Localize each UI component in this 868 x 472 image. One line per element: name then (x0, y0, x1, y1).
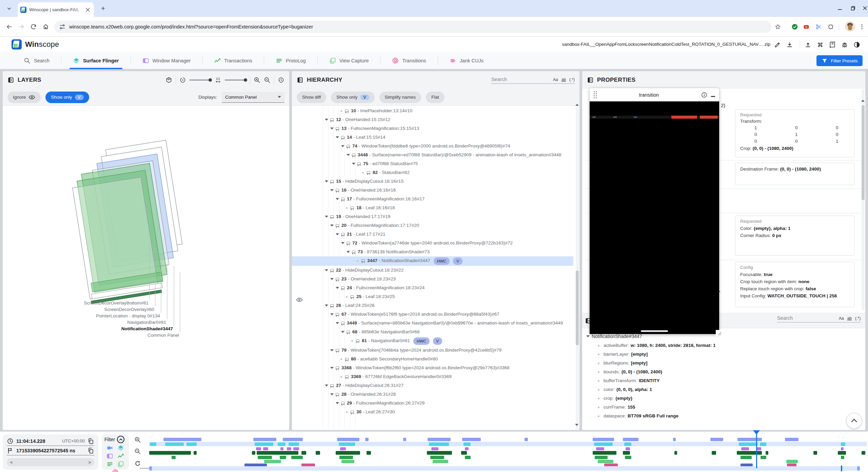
chip-show-only[interactable]: Show onlyV (331, 92, 374, 103)
property-item[interactable]: currFrame:155 (582, 403, 861, 412)
pin-icon[interactable] (351, 206, 354, 209)
forward-icon[interactable] (17, 22, 26, 31)
layers-3d-view[interactable]: ScreenDecorOverlayBottom#61ScreenDecorOv… (3, 106, 289, 430)
expand-arrow-icon[interactable] (341, 145, 344, 147)
pin-icon[interactable] (345, 375, 349, 378)
expand-arrow-icon[interactable] (336, 322, 339, 324)
tree-node-19[interactable]: 19- OneHanded:17:17#19 (292, 212, 573, 221)
expand-arrow-icon[interactable] (325, 216, 328, 218)
timeline-tracks[interactable] (149, 436, 867, 470)
rotation-slider[interactable] (190, 80, 211, 80)
expand-arrow-icon[interactable] (325, 304, 328, 307)
expand-arrow-icon[interactable] (330, 224, 334, 227)
window-close-icon[interactable] (860, 3, 868, 13)
pin-icon[interactable] (336, 224, 339, 227)
expand-arrow-icon[interactable] (330, 349, 334, 351)
expand-arrow-icon[interactable] (347, 154, 350, 156)
tree-node-13[interactable]: 13- FullscreenMagnification:15:15#13 (292, 124, 573, 133)
expand-arrow-icon[interactable] (330, 278, 334, 280)
pin-icon[interactable] (351, 295, 354, 298)
slider-handle-left[interactable] (149, 466, 152, 471)
zoom-in-icon[interactable] (254, 77, 260, 83)
match-word-icon[interactable]: ab (847, 316, 852, 321)
match-word-icon[interactable]: ab (561, 77, 566, 82)
window-restore-icon[interactable] (848, 3, 858, 13)
show-only-chip[interactable]: Show only V (45, 92, 89, 103)
home-icon[interactable] (41, 22, 50, 31)
tab-jank-cujs[interactable]: Jank CUJs (438, 52, 495, 69)
reset-view-icon[interactable] (278, 77, 284, 83)
zoom-out-icon[interactable] (264, 77, 271, 83)
tree-node-28[interactable]: 28- OneHanded:26:31#28 (292, 390, 573, 399)
expand-arrow-icon[interactable] (325, 269, 328, 271)
zigzag-filter-icon[interactable] (117, 453, 124, 459)
resize-handle-icon[interactable] (716, 330, 722, 336)
tree-node-24[interactable]: 24- FullscreenMagnification:18:23#24 (292, 283, 573, 292)
expand-arrow-icon[interactable] (341, 331, 344, 333)
info-icon[interactable] (701, 92, 708, 98)
expand-arrow-icon[interactable] (341, 242, 344, 244)
ignore-chip[interactable]: Ignore (7, 92, 41, 103)
expand-arrow-icon[interactable] (347, 251, 350, 253)
timeline-reset-icon[interactable] (133, 459, 142, 468)
regex-icon[interactable]: (.*) (569, 77, 575, 82)
scroll-up-icon[interactable] (861, 100, 865, 102)
scroll-down-icon[interactable] (575, 424, 578, 426)
tab-search[interactable]: Search (12, 52, 61, 69)
tab-surface-flinger[interactable]: Surface Flinger (61, 52, 131, 69)
extension-youtube-icon[interactable] (802, 22, 811, 32)
url-bar[interactable]: winscope.teams.x20web.corp.google.com/pr… (54, 21, 771, 33)
tab-window-manager[interactable]: Window Manager (131, 52, 202, 69)
next-frame-button[interactable]: > (88, 460, 91, 465)
pin-icon[interactable] (336, 349, 339, 352)
tree-node-82[interactable]: 82- StatusBar#82 (292, 168, 573, 177)
hierarchy-search[interactable]: Search Aa ab (.*) (491, 77, 575, 84)
tree-node-16[interactable]: 16- OneHanded:16:16#16 (292, 186, 573, 195)
tree-node-30[interactable]: 30- Leaf:26:27#30 (292, 408, 573, 416)
pin-icon[interactable] (341, 136, 344, 139)
tab-list-chevron-icon[interactable] (5, 4, 14, 13)
collapse-panel-icon[interactable] (297, 77, 303, 83)
tree-node-68[interactable]: 68- 885b63e NavigationBar0#68 (292, 328, 573, 336)
timeline-cursor[interactable] (756, 433, 757, 468)
camera-filter-icon[interactable] (106, 445, 113, 451)
pin-icon[interactable] (330, 269, 334, 272)
expand-arrow-icon[interactable] (336, 136, 339, 138)
pin-icon[interactable] (336, 313, 339, 316)
timeline-zoom-out-icon[interactable] (133, 447, 142, 456)
tree-node-80[interactable]: 80- ace6abb SecondaryHomeHandle0#80 (292, 355, 573, 363)
profile-avatar[interactable] (845, 21, 855, 32)
tree-node-21[interactable]: 21- Leaf:17:17#21 (292, 230, 573, 239)
tree-node-3447[interactable]: 3447- NotificationShade#3447HWCV (292, 256, 573, 266)
download-icon[interactable] (785, 40, 794, 49)
tree-node-23[interactable]: 23- OneHanded:18:23#23 (292, 275, 573, 283)
properties-search[interactable]: Search Aa ab (.*) (777, 315, 861, 322)
copy-icon[interactable] (87, 438, 94, 445)
window-minimize-icon[interactable] (835, 3, 845, 13)
tree-node-15[interactable]: 15- HideDisplayCutout:16:16#15 (292, 177, 573, 186)
back-icon[interactable] (5, 22, 14, 31)
tree-node-27[interactable]: 27- HideDisplayCutout:26:31#27 (292, 381, 573, 390)
browser-tab[interactable]: Winscope | sandbox-FAIL (18, 2, 94, 17)
expand-arrow-icon[interactable] (325, 119, 328, 121)
property-item[interactable]: blurRegions:[empty] (582, 359, 861, 368)
pin-icon[interactable] (336, 189, 339, 192)
tree-node-73[interactable]: 73- 8736138 NotificationShade#73 (292, 248, 573, 256)
slider-range[interactable] (149, 466, 860, 471)
hierarchy-scrollbar[interactable] (576, 107, 579, 429)
pin-icon[interactable] (347, 331, 350, 333)
tree-node-18[interactable]: 18- Leaf:16:16#18 (292, 203, 573, 212)
bug-report-icon[interactable] (840, 40, 849, 49)
ns-time-field[interactable]: 1715339054227572545 ns (7, 446, 94, 455)
expand-arrow-icon[interactable] (336, 287, 339, 289)
collapse-panel-icon[interactable] (587, 77, 594, 83)
chip-simplify-names[interactable]: Simplify names (379, 92, 421, 103)
pin-icon[interactable] (330, 304, 334, 307)
tree-node-14[interactable]: 14- Leaf:15:15#14 (292, 133, 573, 142)
pin-icon[interactable] (330, 215, 334, 218)
expand-arrow-icon[interactable] (325, 385, 328, 387)
tree-node-3369[interactable]: 3369- 67726bf EdgeBackGestureHandler0#33… (292, 372, 573, 381)
browser-menu-icon[interactable] (857, 22, 867, 32)
tree-node-26[interactable]: 26- Leaf:24:25#26 (292, 301, 573, 310)
edit-icon[interactable] (773, 40, 782, 49)
